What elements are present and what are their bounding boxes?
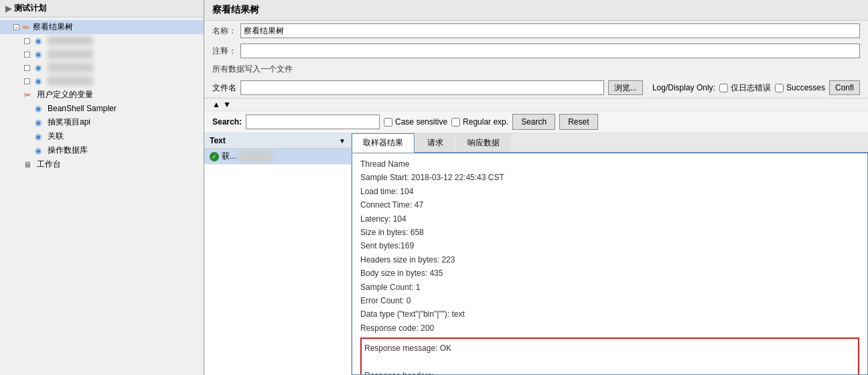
search-button[interactable]: Search bbox=[512, 114, 555, 130]
empty-row bbox=[364, 355, 855, 368]
load-time-row: Load time: 104 bbox=[360, 185, 859, 198]
case-sensitive-group[interactable]: Case sensitive bbox=[384, 117, 447, 127]
search-bar: Search: Case sensitive Regular exp. Sear… bbox=[204, 111, 868, 133]
case-sensitive-label: Case sensitive bbox=[395, 117, 447, 127]
circle-icon-1: ◉ bbox=[33, 35, 44, 46]
name-input[interactable] bbox=[240, 23, 860, 38]
errors-only-label: 仅日志错误 bbox=[731, 82, 771, 94]
tree-item-label: 察看结果树 bbox=[33, 21, 73, 33]
detail-panel: 取样器结果 请求 响应数据 Thread Name Sample Start: … bbox=[352, 133, 868, 375]
result-list-body: ✓ 获... ████ bbox=[204, 149, 351, 375]
filename-label: 文件名 bbox=[212, 82, 236, 94]
response-message-row: Response message: OK bbox=[364, 342, 855, 355]
assoc-icon: ◉ bbox=[33, 131, 44, 142]
comment-label: 注释： bbox=[212, 46, 236, 57]
tab-request[interactable]: 请求 bbox=[416, 133, 455, 152]
regular-exp-label: Regular exp. bbox=[463, 117, 508, 127]
search-input[interactable] bbox=[246, 115, 380, 129]
tree-item-lottery[interactable]: ◉ 抽奖项目api bbox=[0, 115, 204, 129]
tree-item-blurred4[interactable]: ◉ ████████ bbox=[0, 74, 204, 88]
errors-only-checkbox[interactable] bbox=[719, 84, 728, 92]
sent-bytes-row: Sent bytes:169 bbox=[360, 239, 859, 252]
detail-content: Thread Name Sample Start: 2018-03-12 22:… bbox=[352, 153, 868, 375]
tab-response[interactable]: 响应数据 bbox=[456, 133, 511, 152]
thread-name-row: Thread Name bbox=[360, 157, 859, 171]
tree-item-beanshell[interactable]: ◉ BeanShell Sampler bbox=[0, 102, 204, 115]
assoc-label: 关联 bbox=[48, 131, 64, 142]
tree-item-blurred2[interactable]: ◉ ████████ bbox=[0, 48, 204, 61]
dropdown-arrow-icon[interactable]: ▼ bbox=[339, 137, 346, 145]
expand-icon[interactable]: - bbox=[13, 24, 19, 30]
beanshell-label: BeanShell Sampler bbox=[48, 104, 117, 113]
connect-time-row: Connect Time: 47 bbox=[360, 198, 859, 212]
left-panel: ▶ 测试计划 - ✏ 察看结果树 ◉ ████████ ◉ ████████ ◉… bbox=[0, 0, 204, 375]
filename-input[interactable] bbox=[240, 80, 604, 95]
case-sensitive-checkbox[interactable] bbox=[384, 118, 392, 127]
successes-checkbox[interactable] bbox=[775, 84, 784, 92]
dbop-label: 操作数据库 bbox=[48, 145, 88, 156]
result-list: Text ▼ ✓ 获... ████ bbox=[204, 133, 352, 375]
error-count-row: Error Count: 0 bbox=[360, 294, 859, 307]
headers-size-row: Headers size in bytes: 223 bbox=[360, 253, 859, 267]
workbench-label: 工作台 bbox=[37, 159, 61, 170]
write-all-label: 所有数据写入一个文件 bbox=[204, 61, 868, 78]
data-type-row: Data type ("text"|"bin"|""): text bbox=[360, 307, 859, 321]
test-plan-label: 测试计划 bbox=[14, 3, 46, 14]
name-label: 名称： bbox=[212, 25, 236, 37]
circle-icon-2: ◉ bbox=[33, 49, 44, 60]
response-highlight-box: Response message: OK Response headers: H… bbox=[360, 338, 859, 375]
scissors-icon: ✂ bbox=[22, 90, 33, 100]
sampler-icon: ◉ bbox=[33, 103, 44, 114]
successes-label: Successes bbox=[786, 83, 825, 92]
log-display-label: Log/Display Only: bbox=[652, 83, 715, 92]
left-panel-title: ▶ 测试计划 bbox=[0, 0, 204, 17]
successes-checkbox-group[interactable]: Successes bbox=[775, 83, 825, 92]
comment-input[interactable] bbox=[240, 44, 860, 58]
browse-button[interactable]: 浏览... bbox=[608, 80, 643, 95]
right-panel: 察看结果树 名称： 注释： 所有数据写入一个文件 文件名 浏览... Log/D… bbox=[204, 0, 868, 375]
tree-item-dbop[interactable]: ◉ 操作数据库 bbox=[0, 143, 204, 157]
lottery-label: 抽奖项目api bbox=[48, 117, 90, 128]
blurred-label-3: ████████ bbox=[48, 63, 93, 72]
tree-item-cjgjshu[interactable]: - ✏ 察看结果树 bbox=[0, 20, 204, 34]
regular-exp-group[interactable]: Regular exp. bbox=[451, 117, 508, 127]
tree-item-blurred1[interactable]: ◉ ████████ bbox=[0, 34, 204, 48]
errors-only-checkbox-group[interactable]: 仅日志错误 bbox=[719, 82, 771, 94]
result-item[interactable]: ✓ 获... ████ bbox=[204, 149, 351, 165]
tree-item-workbench[interactable]: 🖥 工作台 bbox=[0, 157, 204, 171]
db-icon: ◉ bbox=[33, 145, 44, 156]
result-list-header: Text ▼ bbox=[204, 133, 351, 149]
api-icon: ◉ bbox=[33, 117, 44, 128]
result-column-label: Text bbox=[210, 136, 226, 145]
tree-item-uservar[interactable]: ✂ 用户定义的变量 bbox=[0, 88, 204, 102]
main-content: Text ▼ ✓ 获... ████ 取样器结果 请求 bbox=[204, 133, 868, 375]
panel-title: 察看结果树 bbox=[204, 0, 868, 21]
tabs-bar: 取样器结果 请求 响应数据 bbox=[352, 133, 868, 153]
tree-item-blurred3[interactable]: ◉ ████████ bbox=[0, 61, 204, 74]
tab-sampler-results[interactable]: 取样器结果 bbox=[352, 133, 415, 153]
result-item-blurred: ████ bbox=[239, 152, 273, 161]
sample-count-row: Sample Count: 1 bbox=[360, 281, 859, 294]
circle-icon-4: ◉ bbox=[33, 76, 44, 86]
expand-all-icon[interactable]: ▲ bbox=[212, 100, 220, 109]
config-button[interactable]: Confi bbox=[829, 80, 860, 95]
result-item-label: 获... bbox=[222, 151, 236, 162]
response-code-row: Response code: 200 bbox=[360, 321, 859, 335]
blurred-label-2: ████████ bbox=[48, 50, 93, 59]
name-row: 名称： bbox=[204, 21, 868, 41]
blurred-label-1: ████████ bbox=[48, 36, 93, 46]
regular-exp-checkbox[interactable] bbox=[451, 118, 460, 127]
uservar-label: 用户定义的变量 bbox=[37, 89, 93, 100]
tree-item-assoc[interactable]: ◉ 关联 bbox=[0, 129, 204, 143]
blurred-label-4: ████████ bbox=[48, 76, 93, 86]
success-status-icon: ✓ bbox=[210, 152, 219, 161]
size-bytes-row: Size in bytes: 658 bbox=[360, 226, 859, 239]
pencil-icon: ✏ bbox=[21, 22, 31, 33]
reset-button[interactable]: Reset bbox=[559, 114, 597, 130]
collapse-all-icon[interactable]: ▼ bbox=[223, 100, 231, 109]
response-headers-row: Response headers: bbox=[364, 369, 855, 375]
search-label: Search: bbox=[212, 117, 242, 127]
circle-icon-3: ◉ bbox=[33, 62, 44, 73]
tree-container: - ✏ 察看结果树 ◉ ████████ ◉ ████████ ◉ ██████… bbox=[0, 17, 204, 375]
body-size-row: Body size in bytes: 435 bbox=[360, 267, 859, 280]
